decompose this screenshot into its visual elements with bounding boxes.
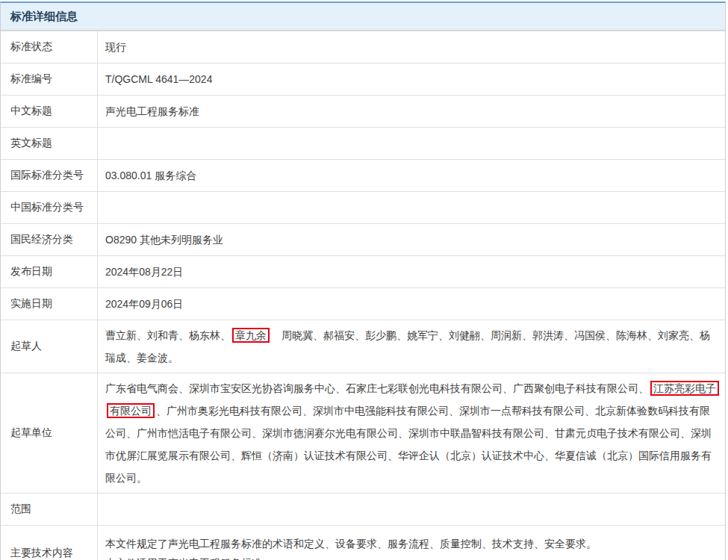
organizations-text: 、广州市奥彩光电科技有限公司、深圳市中电强能科技有限公司、深圳市一点帮科技有限公… bbox=[105, 405, 712, 484]
row-label: 主要技术内容 bbox=[1, 526, 98, 560]
row-label: 中文标题 bbox=[1, 96, 98, 127]
row-value: T/QGCML 4641—2024 bbox=[98, 63, 725, 95]
row-publish-date: 发布日期 2024年08月22日 bbox=[1, 255, 725, 287]
row-value bbox=[98, 192, 725, 223]
row-label: 实施日期 bbox=[1, 288, 98, 320]
row-implement-date: 实施日期 2024年09月06日 bbox=[1, 287, 725, 320]
panel-title: 标准详细信息 bbox=[1, 3, 725, 31]
row-drafting-organizations: 起草单位 广东省电气商会、深圳市宝安区光协咨询服务中心、石家庄七彩联创光电科技有… bbox=[1, 373, 725, 493]
row-label: 标准状态 bbox=[1, 31, 98, 63]
row-value: 现行 bbox=[98, 31, 725, 63]
row-ics-number: 国际标准分类号 03.080.01 服务综合 bbox=[1, 159, 725, 191]
row-value bbox=[98, 128, 725, 159]
row-chinese-title: 中文标题 声光电工程服务标准 bbox=[1, 95, 725, 127]
row-value: 2024年08月22日 bbox=[98, 256, 725, 287]
row-label: 国民经济分类 bbox=[1, 224, 98, 255]
row-label: 中国标准分类号 bbox=[1, 192, 98, 223]
row-label: 起草单位 bbox=[1, 373, 98, 493]
row-value bbox=[98, 494, 725, 525]
row-value: 广东省电气商会、深圳市宝安区光协咨询服务中心、石家庄七彩联创光电科技有限公司、广… bbox=[98, 373, 725, 493]
row-label: 范围 bbox=[1, 494, 98, 525]
row-national-economy-class: 国民经济分类 O8290 其他未列明服务业 bbox=[1, 223, 725, 255]
highlight-box-drafter: 章九余 bbox=[232, 328, 270, 343]
row-label: 发布日期 bbox=[1, 256, 98, 287]
technical-content-paragraph: 本文件规定了声光电工程服务标准的术语和定义、设备要求、服务流程、质量控制、技术支… bbox=[105, 536, 718, 551]
organizations-text: 广东省电气商会、深圳市宝安区光协咨询服务中心、石家庄七彩联创光电科技有限公司、广… bbox=[105, 382, 649, 394]
row-label: 起草人 bbox=[1, 320, 98, 373]
row-label: 英文标题 bbox=[1, 128, 98, 159]
row-value: 03.080.01 服务综合 bbox=[98, 160, 725, 191]
row-value: 声光电工程服务标准 bbox=[98, 96, 725, 127]
row-standard-number: 标准编号 T/QGCML 4641—2024 bbox=[1, 63, 725, 95]
row-main-technical-content: 主要技术内容 本文件规定了声光电工程服务标准的术语和定义、设备要求、服务流程、质… bbox=[1, 525, 725, 560]
row-drafters: 起草人 曹立新、刘和青、杨东林、章九余 周晓冀、郝福安、彭少鹏、姚军宁、刘健翮、… bbox=[1, 320, 725, 373]
technical-content-paragraph: 本文件适用于声光电工程服务标准。 bbox=[105, 556, 718, 560]
row-value: 2024年09月06日 bbox=[98, 288, 725, 320]
row-label: 标准编号 bbox=[1, 63, 98, 95]
drafters-text: 曹立新、刘和青、杨东林、 bbox=[105, 329, 231, 341]
row-scope: 范围 bbox=[1, 493, 725, 525]
row-value: 曹立新、刘和青、杨东林、章九余 周晓冀、郝福安、彭少鹏、姚军宁、刘健翮、周润新、… bbox=[98, 320, 725, 373]
row-value: 本文件规定了声光电工程服务标准的术语和定义、设备要求、服务流程、质量控制、技术支… bbox=[98, 526, 725, 560]
row-english-title: 英文标题 bbox=[1, 127, 725, 159]
row-value: O8290 其他未列明服务业 bbox=[98, 224, 725, 255]
standard-detail-panel: 标准详细信息 标准状态 现行 标准编号 T/QGCML 4641—2024 中文… bbox=[0, 1, 726, 560]
row-standard-status: 标准状态 现行 bbox=[1, 31, 725, 63]
row-ccs-number: 中国标准分类号 bbox=[1, 191, 725, 223]
row-label: 国际标准分类号 bbox=[1, 160, 98, 191]
